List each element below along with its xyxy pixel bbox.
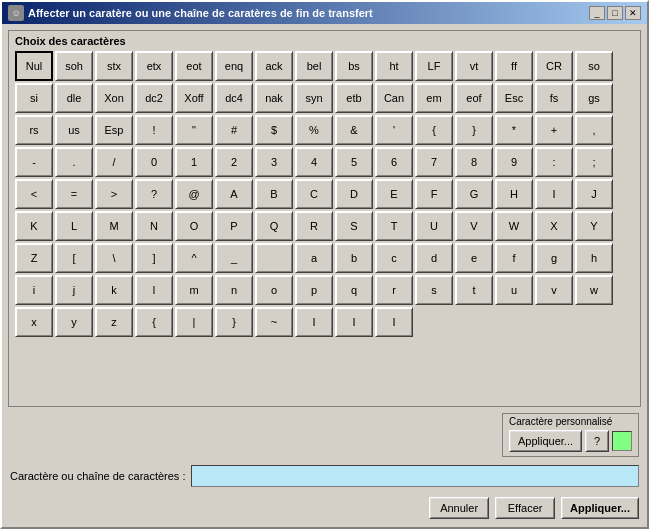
char-btn-P[interactable]: P (215, 211, 253, 241)
char-btn-_[interactable]: . (55, 147, 93, 177)
char-btn-Z[interactable]: Z (15, 243, 53, 273)
char-btn-soh[interactable]: soh (55, 51, 93, 81)
char-btn-N[interactable]: N (135, 211, 173, 241)
char-btn-u[interactable]: u (495, 275, 533, 305)
char-btn-bel[interactable]: bel (295, 51, 333, 81)
char-btn-w[interactable]: w (575, 275, 613, 305)
char-btn-e[interactable]: e (455, 243, 493, 273)
char-btn-O[interactable]: O (175, 211, 213, 241)
char-btn-fs[interactable]: fs (535, 83, 573, 113)
char-btn-_[interactable]: ] (135, 243, 173, 273)
char-btn-etx[interactable]: etx (135, 51, 173, 81)
effacer-button[interactable]: Effacer (495, 497, 555, 519)
char-btn-_[interactable]: ~ (255, 307, 293, 337)
char-btn-syn[interactable]: syn (295, 83, 333, 113)
char-btn-0[interactable]: 0 (135, 147, 173, 177)
char-btn-d[interactable]: d (415, 243, 453, 273)
char-btn-_[interactable]: ! (135, 115, 173, 145)
char-btn-_[interactable]: , (575, 115, 613, 145)
char-btn-l[interactable]: l (135, 275, 173, 305)
char-btn-5[interactable]: 5 (335, 147, 373, 177)
char-btn-y[interactable]: y (55, 307, 93, 337)
char-btn-Y[interactable]: Y (575, 211, 613, 241)
char-btn-z[interactable]: z (95, 307, 133, 337)
char-btn-p[interactable]: p (295, 275, 333, 305)
char-btn-_[interactable]: { (415, 115, 453, 145)
char-btn-em[interactable]: em (415, 83, 453, 113)
char-btn-4[interactable]: 4 (295, 147, 333, 177)
char-btn-so[interactable]: so (575, 51, 613, 81)
char-btn-b[interactable]: b (335, 243, 373, 273)
char-btn-_[interactable]: $ (255, 115, 293, 145)
char-btn-eot[interactable]: eot (175, 51, 213, 81)
char-btn-LF[interactable]: LF (415, 51, 453, 81)
char-btn-_[interactable]: } (215, 307, 253, 337)
char-btn-r[interactable]: r (375, 275, 413, 305)
char-btn-stx[interactable]: stx (95, 51, 133, 81)
char-btn-Xon[interactable]: Xon (95, 83, 133, 113)
char-btn-h[interactable]: h (575, 243, 613, 273)
char-btn-dc4[interactable]: dc4 (215, 83, 253, 113)
char-btn-_[interactable]: \ (95, 243, 133, 273)
char-btn-_[interactable]: [ (55, 243, 93, 273)
char-btn-7[interactable]: 7 (415, 147, 453, 177)
char-btn-CR[interactable]: CR (535, 51, 573, 81)
minimize-button[interactable]: _ (589, 6, 605, 20)
char-btn-D[interactable]: D (335, 179, 373, 209)
char-btn-_[interactable]: ^ (175, 243, 213, 273)
maximize-button[interactable]: □ (607, 6, 623, 20)
char-btn-k[interactable]: k (95, 275, 133, 305)
char-btn-8[interactable]: 8 (455, 147, 493, 177)
char-btn-_[interactable]: : (535, 147, 573, 177)
char-btn-_[interactable]: ; (575, 147, 613, 177)
char-btn-F[interactable]: F (415, 179, 453, 209)
char-btn-us[interactable]: us (55, 115, 93, 145)
char-btn-x[interactable]: x (15, 307, 53, 337)
char-btn-Nul[interactable]: Nul (15, 51, 53, 81)
char-btn-I[interactable]: I (535, 179, 573, 209)
char-btn-q[interactable]: q (335, 275, 373, 305)
char-btn-v[interactable]: v (535, 275, 573, 305)
annuler-button[interactable]: Annuler (429, 497, 489, 519)
char-btn-_[interactable] (255, 243, 293, 273)
char-btn-m[interactable]: m (175, 275, 213, 305)
char-btn-_[interactable]: # (215, 115, 253, 145)
char-btn-9[interactable]: 9 (495, 147, 533, 177)
char-btn-etb[interactable]: etb (335, 83, 373, 113)
char-btn-Q[interactable]: Q (255, 211, 293, 241)
char-btn-_[interactable]: = (55, 179, 93, 209)
char-btn-Can[interactable]: Can (375, 83, 413, 113)
char-btn-I[interactable]: I (335, 307, 373, 337)
char-btn-_[interactable]: < (15, 179, 53, 209)
char-btn-T[interactable]: T (375, 211, 413, 241)
char-btn-bs[interactable]: bs (335, 51, 373, 81)
char-btn-J[interactable]: J (575, 179, 613, 209)
char-btn-1[interactable]: 1 (175, 147, 213, 177)
char-btn-o[interactable]: o (255, 275, 293, 305)
char-btn-f[interactable]: f (495, 243, 533, 273)
char-btn-H[interactable]: H (495, 179, 533, 209)
char-btn-_[interactable]: ? (135, 179, 173, 209)
char-btn-K[interactable]: K (15, 211, 53, 241)
char-btn-Esc[interactable]: Esc (495, 83, 533, 113)
char-btn-j[interactable]: j (55, 275, 93, 305)
char-btn-_[interactable]: @ (175, 179, 213, 209)
char-btn-s[interactable]: s (415, 275, 453, 305)
char-btn-A[interactable]: A (215, 179, 253, 209)
close-button[interactable]: ✕ (625, 6, 641, 20)
char-btn-n[interactable]: n (215, 275, 253, 305)
char-btn-U[interactable]: U (415, 211, 453, 241)
char-btn-_[interactable]: * (495, 115, 533, 145)
char-btn-R[interactable]: R (295, 211, 333, 241)
char-btn-_[interactable]: { (135, 307, 173, 337)
char-btn-Xoff[interactable]: Xoff (175, 83, 213, 113)
char-btn-eof[interactable]: eof (455, 83, 493, 113)
char-btn-ff[interactable]: ff (495, 51, 533, 81)
char-btn-S[interactable]: S (335, 211, 373, 241)
char-btn-C[interactable]: C (295, 179, 333, 209)
char-btn-_[interactable]: } (455, 115, 493, 145)
char-btn-G[interactable]: G (455, 179, 493, 209)
char-btn-_[interactable]: _ (215, 243, 253, 273)
char-btn-i[interactable]: i (15, 275, 53, 305)
char-btn-E[interactable]: E (375, 179, 413, 209)
